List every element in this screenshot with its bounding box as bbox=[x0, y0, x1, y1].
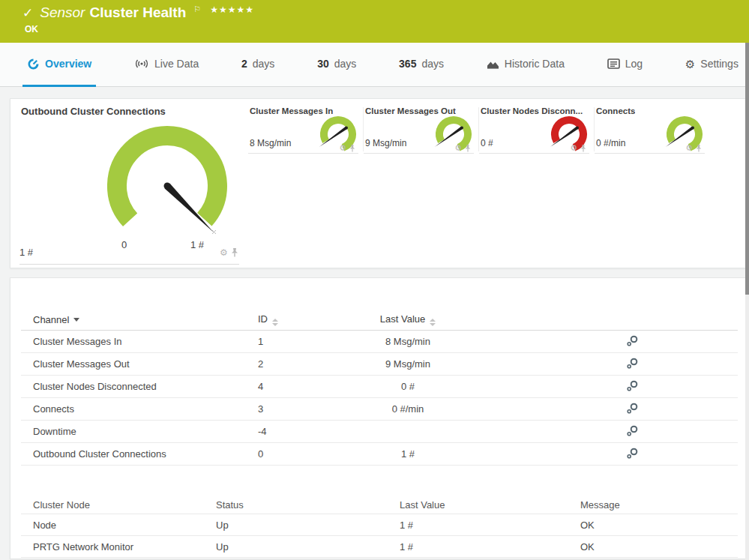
channel-last-value: 1 # bbox=[333, 448, 483, 460]
tab-log[interactable]: Log bbox=[603, 43, 647, 87]
channel-id: 3 bbox=[258, 403, 333, 415]
sensor-title: Cluster Health bbox=[89, 4, 186, 21]
node-row[interactable]: Node Up 1 # OK bbox=[21, 514, 738, 536]
node-last-value: 1 # bbox=[400, 541, 580, 553]
column-header-last-value[interactable]: Last Value bbox=[380, 313, 425, 325]
channel-name[interactable]: Connects bbox=[33, 403, 258, 415]
scrollbar-thumb[interactable] bbox=[745, 43, 749, 295]
channel-name[interactable]: Downtime bbox=[33, 426, 258, 437]
channel-id: -4 bbox=[258, 426, 333, 437]
tab-number: 2 bbox=[241, 58, 247, 70]
check-icon: ✓ bbox=[22, 5, 33, 21]
channel-id: 1 bbox=[258, 336, 333, 347]
cluster-node-table: Cluster Node Status Last Value Message N… bbox=[21, 496, 738, 558]
node-status: Up bbox=[216, 520, 400, 531]
gear-icon[interactable]: ⚙ bbox=[685, 144, 693, 152]
tab-30-days[interactable]: 30 days bbox=[313, 43, 361, 87]
area-chart-icon bbox=[487, 58, 499, 70]
channel-name[interactable]: Cluster Nodes Disconnected bbox=[33, 381, 258, 392]
gear-icon[interactable]: ⚙ bbox=[220, 248, 228, 257]
column-header-id[interactable]: ID bbox=[258, 313, 268, 325]
node-message: OK bbox=[580, 520, 738, 531]
channel-row[interactable]: Connects 3 0 #/min bbox=[21, 398, 738, 421]
channel-name[interactable]: Cluster Messages In bbox=[33, 336, 258, 347]
mini-gauge-cluster-nodes-disconnected: Cluster Nodes Disconn... 0 # ⚙ bbox=[479, 105, 589, 154]
mini-gauge-cluster-messages-out: Cluster Messages Out 9 Msg/min ⚙ bbox=[364, 105, 474, 154]
gear-icon[interactable]: ⚙ bbox=[454, 144, 462, 152]
gear-icon[interactable]: ⚙ bbox=[570, 144, 577, 152]
tab-bar: Overview Live Data 2 days 30 days 365 da… bbox=[0, 43, 749, 87]
channel-row[interactable]: Cluster Nodes Disconnected 4 0 # bbox=[21, 376, 738, 398]
tables-panel: Channel ID Last Value Cluster Messages I… bbox=[10, 277, 746, 559]
tab-label: Historic Data bbox=[505, 58, 565, 70]
node-status: Up bbox=[216, 541, 400, 553]
tab-365-days[interactable]: 365 days bbox=[394, 43, 448, 87]
main-gauge bbox=[102, 121, 232, 251]
channel-last-value: 0 #/min bbox=[333, 403, 483, 415]
tab-2-days[interactable]: 2 days bbox=[237, 43, 279, 87]
tab-settings[interactable]: ⚙ Settings bbox=[681, 43, 743, 87]
column-header-channel[interactable]: Channel bbox=[33, 314, 69, 325]
sort-desc-icon bbox=[73, 318, 79, 322]
channel-name[interactable]: Cluster Messages Out bbox=[33, 358, 258, 370]
channel-last-value: 9 Msg/min bbox=[333, 358, 483, 370]
column-header-status: Status bbox=[216, 499, 400, 511]
priority-stars[interactable]: ★★★★★ bbox=[210, 4, 254, 15]
mini-gauge-cluster-messages-in: Cluster Messages In 8 Msg/min ⚙ bbox=[248, 105, 358, 154]
mini-gauge-tools: ⚙ bbox=[685, 144, 702, 152]
mini-gauge-value: 0 #/min bbox=[596, 138, 625, 148]
gauges-panel: Outbound Cluster Connections 1 # 0 1 # ⚙… bbox=[10, 98, 746, 268]
channel-last-value: 8 Msg/min bbox=[333, 336, 483, 347]
column-header-message: Message bbox=[580, 499, 738, 511]
node-last-value: 1 # bbox=[400, 520, 580, 531]
channel-settings-icon[interactable] bbox=[627, 335, 638, 346]
main-gauge-current-value: 1 # bbox=[19, 247, 33, 258]
pin-icon[interactable] bbox=[696, 145, 702, 152]
mini-gauge-tools: ⚙ bbox=[454, 144, 471, 152]
tab-historic-data[interactable]: Historic Data bbox=[482, 43, 569, 87]
pin-icon[interactable] bbox=[580, 145, 586, 152]
mini-gauge-value: 8 Msg/min bbox=[250, 138, 291, 148]
sort-icon bbox=[430, 319, 436, 326]
channel-settings-icon[interactable] bbox=[627, 403, 638, 414]
main-gauge-scale-max: 1 # bbox=[190, 239, 204, 250]
tab-label: days bbox=[253, 58, 275, 70]
scrollbar-track[interactable] bbox=[745, 43, 749, 560]
pin-icon[interactable] bbox=[231, 248, 238, 257]
channel-row[interactable]: Cluster Messages In 1 8 Msg/min bbox=[21, 331, 738, 353]
tab-label: days bbox=[334, 58, 357, 70]
tab-overview[interactable]: Overview bbox=[22, 43, 96, 87]
gear-icon[interactable]: ⚙ bbox=[339, 144, 346, 152]
channel-id: 0 bbox=[258, 448, 333, 460]
gauge-icon bbox=[27, 58, 40, 70]
divider bbox=[19, 264, 239, 265]
pin-icon[interactable] bbox=[465, 145, 471, 152]
channel-row[interactable]: Outbound Cluster Connections 0 1 # bbox=[21, 443, 738, 466]
tab-label: Log bbox=[625, 58, 643, 70]
channel-row[interactable]: Cluster Messages Out 2 9 Msg/min bbox=[21, 353, 738, 376]
tab-label: Live Data bbox=[154, 58, 199, 70]
channel-name[interactable]: Outbound Cluster Connections bbox=[33, 448, 258, 460]
pin-icon[interactable] bbox=[349, 145, 355, 152]
channel-table: Channel ID Last Value Cluster Messages I… bbox=[21, 310, 738, 466]
status-badge: OK bbox=[25, 24, 38, 34]
column-header-last-value: Last Value bbox=[400, 499, 580, 511]
channel-settings-icon[interactable] bbox=[627, 380, 638, 391]
node-message: OK bbox=[580, 541, 738, 553]
tab-live-data[interactable]: Live Data bbox=[130, 43, 203, 87]
mini-gauge-title: Connects bbox=[596, 106, 635, 115]
channel-settings-icon[interactable] bbox=[627, 448, 638, 459]
flag-icon: ⚐ bbox=[193, 4, 201, 14]
main-gauge-title: Outbound Cluster Connections bbox=[21, 106, 166, 117]
channel-row[interactable]: Downtime -4 bbox=[21, 421, 738, 443]
channel-id: 2 bbox=[258, 358, 333, 370]
tab-label: days bbox=[421, 58, 444, 70]
node-name: PRTG Network Monitor bbox=[33, 541, 216, 553]
average-marker bbox=[212, 230, 216, 234]
mini-gauges-row: Cluster Messages In 8 Msg/min ⚙ Cluster … bbox=[248, 105, 710, 154]
mini-gauge-tools: ⚙ bbox=[339, 144, 355, 152]
sort-icon bbox=[272, 319, 278, 326]
channel-settings-icon[interactable] bbox=[627, 425, 638, 436]
node-row[interactable]: PRTG Network Monitor Up 1 # OK bbox=[21, 536, 738, 558]
channel-settings-icon[interactable] bbox=[627, 358, 638, 369]
